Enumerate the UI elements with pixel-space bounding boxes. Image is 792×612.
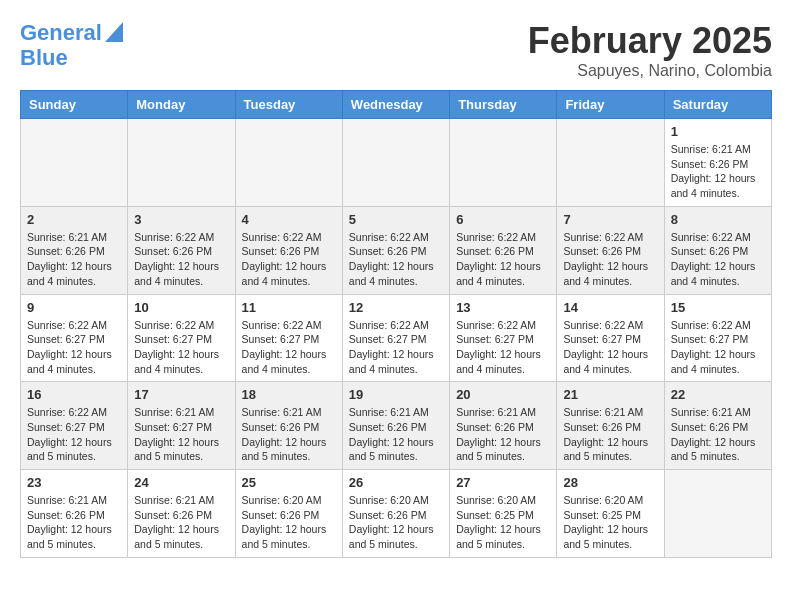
calendar-cell: 21Sunrise: 6:21 AM Sunset: 6:26 PM Dayli…	[557, 382, 664, 470]
calendar-cell: 2Sunrise: 6:21 AM Sunset: 6:26 PM Daylig…	[21, 206, 128, 294]
day-info: Sunrise: 6:21 AM Sunset: 6:26 PM Dayligh…	[27, 230, 121, 289]
day-number: 11	[242, 300, 336, 315]
calendar-cell: 7Sunrise: 6:22 AM Sunset: 6:26 PM Daylig…	[557, 206, 664, 294]
day-number: 23	[27, 475, 121, 490]
day-number: 3	[134, 212, 228, 227]
day-info: Sunrise: 6:21 AM Sunset: 6:26 PM Dayligh…	[349, 405, 443, 464]
logo: General Blue	[20, 20, 123, 71]
calendar-cell: 28Sunrise: 6:20 AM Sunset: 6:25 PM Dayli…	[557, 470, 664, 558]
day-info: Sunrise: 6:21 AM Sunset: 6:26 PM Dayligh…	[134, 493, 228, 552]
day-number: 25	[242, 475, 336, 490]
day-info: Sunrise: 6:22 AM Sunset: 6:27 PM Dayligh…	[671, 318, 765, 377]
calendar-cell: 20Sunrise: 6:21 AM Sunset: 6:26 PM Dayli…	[450, 382, 557, 470]
day-info: Sunrise: 6:20 AM Sunset: 6:25 PM Dayligh…	[563, 493, 657, 552]
day-number: 18	[242, 387, 336, 402]
calendar-cell: 18Sunrise: 6:21 AM Sunset: 6:26 PM Dayli…	[235, 382, 342, 470]
day-info: Sunrise: 6:20 AM Sunset: 6:26 PM Dayligh…	[242, 493, 336, 552]
calendar-cell: 23Sunrise: 6:21 AM Sunset: 6:26 PM Dayli…	[21, 470, 128, 558]
day-info: Sunrise: 6:21 AM Sunset: 6:26 PM Dayligh…	[671, 142, 765, 201]
calendar-cell	[664, 470, 771, 558]
day-number: 10	[134, 300, 228, 315]
month-title: February 2025	[528, 20, 772, 62]
day-number: 19	[349, 387, 443, 402]
logo-text-blue: Blue	[20, 46, 123, 70]
calendar-week-row-1: 2Sunrise: 6:21 AM Sunset: 6:26 PM Daylig…	[21, 206, 772, 294]
calendar-cell: 17Sunrise: 6:21 AM Sunset: 6:27 PM Dayli…	[128, 382, 235, 470]
day-info: Sunrise: 6:22 AM Sunset: 6:26 PM Dayligh…	[563, 230, 657, 289]
title-block: February 2025 Sapuyes, Narino, Colombia	[528, 20, 772, 80]
calendar-cell: 16Sunrise: 6:22 AM Sunset: 6:27 PM Dayli…	[21, 382, 128, 470]
day-number: 4	[242, 212, 336, 227]
calendar-header-thursday: Thursday	[450, 91, 557, 119]
day-number: 20	[456, 387, 550, 402]
calendar-cell: 8Sunrise: 6:22 AM Sunset: 6:26 PM Daylig…	[664, 206, 771, 294]
day-info: Sunrise: 6:22 AM Sunset: 6:27 PM Dayligh…	[456, 318, 550, 377]
day-info: Sunrise: 6:21 AM Sunset: 6:26 PM Dayligh…	[563, 405, 657, 464]
day-info: Sunrise: 6:22 AM Sunset: 6:27 PM Dayligh…	[27, 405, 121, 464]
calendar-header-sunday: Sunday	[21, 91, 128, 119]
day-info: Sunrise: 6:21 AM Sunset: 6:26 PM Dayligh…	[27, 493, 121, 552]
day-number: 21	[563, 387, 657, 402]
calendar-cell: 26Sunrise: 6:20 AM Sunset: 6:26 PM Dayli…	[342, 470, 449, 558]
calendar-header-wednesday: Wednesday	[342, 91, 449, 119]
day-number: 13	[456, 300, 550, 315]
day-number: 8	[671, 212, 765, 227]
calendar-cell: 1Sunrise: 6:21 AM Sunset: 6:26 PM Daylig…	[664, 119, 771, 207]
calendar-header-saturday: Saturday	[664, 91, 771, 119]
page-header: General Blue February 2025 Sapuyes, Nari…	[20, 20, 772, 80]
calendar-table: SundayMondayTuesdayWednesdayThursdayFrid…	[20, 90, 772, 558]
day-number: 22	[671, 387, 765, 402]
calendar-cell: 6Sunrise: 6:22 AM Sunset: 6:26 PM Daylig…	[450, 206, 557, 294]
location: Sapuyes, Narino, Colombia	[528, 62, 772, 80]
day-info: Sunrise: 6:20 AM Sunset: 6:25 PM Dayligh…	[456, 493, 550, 552]
calendar-cell: 11Sunrise: 6:22 AM Sunset: 6:27 PM Dayli…	[235, 294, 342, 382]
day-number: 24	[134, 475, 228, 490]
day-number: 2	[27, 212, 121, 227]
day-number: 7	[563, 212, 657, 227]
calendar-cell	[21, 119, 128, 207]
day-info: Sunrise: 6:22 AM Sunset: 6:27 PM Dayligh…	[27, 318, 121, 377]
calendar-cell: 3Sunrise: 6:22 AM Sunset: 6:26 PM Daylig…	[128, 206, 235, 294]
day-number: 26	[349, 475, 443, 490]
calendar-week-row-4: 23Sunrise: 6:21 AM Sunset: 6:26 PM Dayli…	[21, 470, 772, 558]
calendar-cell	[235, 119, 342, 207]
day-info: Sunrise: 6:22 AM Sunset: 6:26 PM Dayligh…	[456, 230, 550, 289]
calendar-week-row-3: 16Sunrise: 6:22 AM Sunset: 6:27 PM Dayli…	[21, 382, 772, 470]
calendar-cell	[557, 119, 664, 207]
calendar-cell: 24Sunrise: 6:21 AM Sunset: 6:26 PM Dayli…	[128, 470, 235, 558]
day-info: Sunrise: 6:21 AM Sunset: 6:26 PM Dayligh…	[242, 405, 336, 464]
calendar-cell: 10Sunrise: 6:22 AM Sunset: 6:27 PM Dayli…	[128, 294, 235, 382]
svg-marker-0	[105, 22, 123, 42]
day-info: Sunrise: 6:22 AM Sunset: 6:27 PM Dayligh…	[563, 318, 657, 377]
day-number: 17	[134, 387, 228, 402]
calendar-cell: 25Sunrise: 6:20 AM Sunset: 6:26 PM Dayli…	[235, 470, 342, 558]
day-number: 9	[27, 300, 121, 315]
logo-text-general: General	[20, 21, 102, 45]
day-number: 16	[27, 387, 121, 402]
day-info: Sunrise: 6:22 AM Sunset: 6:27 PM Dayligh…	[242, 318, 336, 377]
calendar-week-row-2: 9Sunrise: 6:22 AM Sunset: 6:27 PM Daylig…	[21, 294, 772, 382]
day-info: Sunrise: 6:22 AM Sunset: 6:26 PM Dayligh…	[671, 230, 765, 289]
day-number: 12	[349, 300, 443, 315]
day-number: 6	[456, 212, 550, 227]
day-number: 1	[671, 124, 765, 139]
day-info: Sunrise: 6:21 AM Sunset: 6:26 PM Dayligh…	[456, 405, 550, 464]
calendar-cell	[450, 119, 557, 207]
day-info: Sunrise: 6:22 AM Sunset: 6:26 PM Dayligh…	[242, 230, 336, 289]
calendar-cell: 13Sunrise: 6:22 AM Sunset: 6:27 PM Dayli…	[450, 294, 557, 382]
day-info: Sunrise: 6:22 AM Sunset: 6:27 PM Dayligh…	[134, 318, 228, 377]
calendar-cell: 22Sunrise: 6:21 AM Sunset: 6:26 PM Dayli…	[664, 382, 771, 470]
day-info: Sunrise: 6:22 AM Sunset: 6:26 PM Dayligh…	[134, 230, 228, 289]
calendar-cell: 4Sunrise: 6:22 AM Sunset: 6:26 PM Daylig…	[235, 206, 342, 294]
day-info: Sunrise: 6:21 AM Sunset: 6:27 PM Dayligh…	[134, 405, 228, 464]
day-number: 28	[563, 475, 657, 490]
calendar-header-tuesday: Tuesday	[235, 91, 342, 119]
calendar-cell	[342, 119, 449, 207]
calendar-cell: 14Sunrise: 6:22 AM Sunset: 6:27 PM Dayli…	[557, 294, 664, 382]
calendar-cell: 5Sunrise: 6:22 AM Sunset: 6:26 PM Daylig…	[342, 206, 449, 294]
day-number: 5	[349, 212, 443, 227]
day-number: 14	[563, 300, 657, 315]
day-info: Sunrise: 6:20 AM Sunset: 6:26 PM Dayligh…	[349, 493, 443, 552]
calendar-cell: 15Sunrise: 6:22 AM Sunset: 6:27 PM Dayli…	[664, 294, 771, 382]
day-info: Sunrise: 6:22 AM Sunset: 6:26 PM Dayligh…	[349, 230, 443, 289]
